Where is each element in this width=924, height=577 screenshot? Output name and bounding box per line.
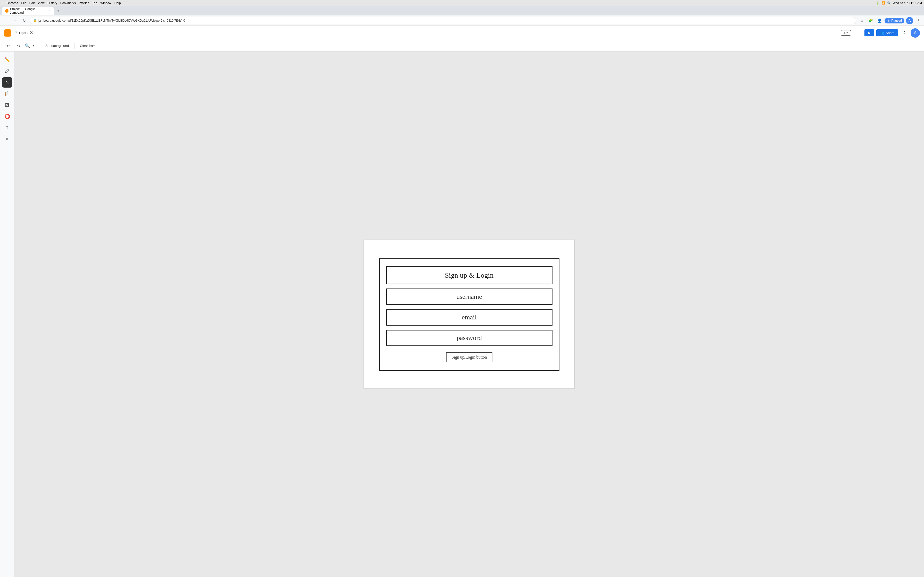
search-icon-menu[interactable]: 🔍 [887,1,891,5]
canvas-area[interactable]: Sign up & Login username email password … [15,52,924,577]
paused-label: Paused [891,19,902,23]
battery-icon: 🔋 [876,1,879,5]
present-button[interactable]: ▶ [864,29,874,36]
page-navigation: ← 1/6 → [830,29,861,37]
chrome-address-bar: ← → ↻ 🔒 jamboard.google.com/d/11Dc20pKaD… [0,15,924,26]
username-field-label: username [456,293,482,300]
page-indicator[interactable]: 1/6 [841,30,851,35]
prev-page-button[interactable]: ← [830,29,839,37]
system-status-icons: 🔋 📶 🔍 Wed Sep 7 11:11 AM [876,1,922,5]
laser-tool[interactable]: ✳ [2,134,12,144]
menu-help[interactable]: Help [115,1,121,5]
jamboard-logo [4,29,11,37]
present-icon: ▶ [868,31,871,35]
extension-icon[interactable]: 🧩 [867,17,874,24]
menu-history[interactable]: History [47,1,57,5]
tools-sidebar: ✏️ 🖊 ↖ 📋 🖼 ⭕ T ✳ [0,52,15,577]
marker-tool[interactable]: 🖊 [2,66,12,76]
more-options-button[interactable]: ⋮ [900,29,908,37]
jamboard-toolbar: ↩ ↪ 🔍 ▾ Set background Clear frame [0,40,924,52]
undo-button[interactable]: ↩ [4,42,12,50]
set-background-button[interactable]: Set background [43,42,71,49]
clear-frame-button[interactable]: Clear frame [78,42,100,49]
select-tool[interactable]: ↖ [2,77,12,88]
menu-chrome[interactable]: Chrome [6,1,18,5]
jamboard-app-header: Project 3 ← 1/6 → ▶ 👥 Share ⋮ A [0,26,924,40]
forward-button[interactable]: → [11,17,19,24]
menu-bookmarks[interactable]: Bookmarks [60,1,76,5]
share-button[interactable]: 👥 Share [876,29,898,36]
app-title: Project 3 [15,30,827,35]
back-button[interactable]: ← [2,17,9,24]
tab-title: Project 3 - Google Jamboard [10,7,46,15]
password-field-box: password [386,330,552,346]
menu-profiles[interactable]: Profiles [79,1,89,5]
system-clock: Wed Sep 7 11:11 AM [893,1,922,5]
username-field-box: username [386,288,552,305]
redo-button[interactable]: ↪ [15,42,23,50]
macos-menu-bar:  Chrome File Edit View History Bookmark… [0,0,924,6]
app-header-right: ▶ 👥 Share ⋮ A [864,28,920,38]
profile-icon[interactable]: 👤 [876,17,883,24]
reload-button[interactable]: ↻ [21,17,28,24]
toolbar-divider-2 [74,43,74,49]
menu-file[interactable]: File [21,1,26,5]
shape-tool[interactable]: ⭕ [2,111,12,122]
tab-favicon [5,9,8,13]
form-submit-button[interactable]: Sign up/Login button [446,352,493,362]
jam-frame: Sign up & Login username email password … [363,240,575,389]
apple-menu[interactable]:  [2,1,3,5]
form-title-text: Sign up & Login [445,271,493,279]
active-tab[interactable]: Project 3 - Google Jamboard ✕ [2,7,53,15]
paused-button[interactable]: ⏸ Paused [885,18,905,23]
menu-window[interactable]: Window [100,1,111,5]
form-title-box: Sign up & Login [386,266,552,284]
email-field-box: email [386,309,552,326]
form-mockup: Sign up & Login username email password … [379,258,559,371]
text-tool[interactable]: T [2,122,12,133]
menu-view[interactable]: View [38,1,45,5]
share-label: Share [885,31,895,35]
url-input[interactable]: 🔒 jamboard.google.com/d/11Dc20pKaDSE1tLE… [30,17,856,24]
menu-tab[interactable]: Tab [92,1,97,5]
menu-edit[interactable]: Edit [29,1,35,5]
paused-icon: ⏸ [887,19,890,23]
url-text: jamboard.google.com/d/11Dc20pKaDSE1tLEFp… [39,19,185,23]
chrome-menu-button[interactable]: ⋮ [915,17,922,24]
sticky-note-tool[interactable]: 📋 [2,89,12,99]
share-icon: 👥 [880,31,884,35]
chrome-tab-bar: Project 3 - Google Jamboard ✕ + [0,6,924,15]
chrome-user-avatar[interactable]: A [906,17,913,24]
new-tab-button[interactable]: + [55,7,62,15]
main-layout: ✏️ 🖊 ↖ 📋 🖼 ⭕ T ✳ Sign up & Login usernam… [0,52,924,577]
toolbar-divider [40,43,40,49]
form-submit-label: Sign up/Login button [452,355,487,359]
pen-tool[interactable]: ✏️ [2,55,12,65]
email-field-label: email [462,313,477,321]
image-tool[interactable]: 🖼 [2,100,12,110]
zoom-dropdown-button[interactable]: ▾ [31,43,37,49]
address-bar-right: ☆ 🧩 👤 ⏸ Paused A ⋮ [858,17,922,24]
lock-icon: 🔒 [33,19,37,22]
password-field-label: password [457,334,482,342]
close-tab-button[interactable]: ✕ [48,10,50,12]
user-avatar[interactable]: A [911,28,920,38]
zoom-controls: 🔍 ▾ [25,43,37,49]
bookmark-icon[interactable]: ☆ [858,17,866,24]
zoom-icon: 🔍 [25,43,30,48]
next-page-button[interactable]: → [853,29,861,37]
wifi-icon: 📶 [882,1,885,5]
